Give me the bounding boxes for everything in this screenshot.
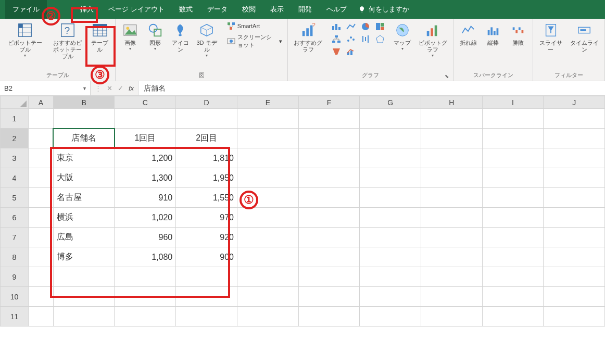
row-header-3[interactable]: 3	[1, 148, 29, 168]
pivot-chart-label: ピボットグラフ	[418, 40, 448, 53]
cell-D3[interactable]: 1,810	[176, 148, 237, 168]
cell-C2[interactable]: 1回目	[115, 129, 176, 148]
cell-C4[interactable]: 1,300	[115, 168, 176, 188]
recommended-charts-button[interactable]: ? おすすめグラフ	[291, 21, 325, 54]
svg-rect-63	[497, 28, 499, 35]
smartart-icon	[227, 22, 235, 30]
map-button[interactable]: マップ ▾	[391, 21, 414, 52]
row-header-2[interactable]: 2	[1, 129, 29, 148]
tab-formulas[interactable]: 数式	[172, 0, 200, 19]
icons-button[interactable]: アイコン	[169, 21, 192, 54]
cell-B2[interactable]: 店舗名	[53, 129, 115, 148]
scatter-chart-icon[interactable]	[344, 33, 358, 45]
svg-rect-8	[93, 24, 107, 28]
shapes-button[interactable]: 図形 ▾	[144, 21, 167, 52]
enter-icon[interactable]: ✓	[118, 84, 123, 92]
cell-D7[interactable]: 920	[176, 228, 237, 247]
fx-icon[interactable]: fx	[129, 84, 134, 92]
col-header-G[interactable]: G	[360, 96, 421, 109]
stock-chart-icon[interactable]	[359, 33, 372, 45]
svg-rect-61	[490, 27, 493, 35]
timeline-button[interactable]: タイムライン	[568, 21, 601, 54]
row-header-4[interactable]: 4	[1, 168, 29, 188]
row-header-7[interactable]: 7	[1, 228, 29, 247]
cell-C6[interactable]: 1,020	[115, 208, 176, 228]
table-button[interactable]: テーブル	[88, 21, 112, 54]
row-header-5[interactable]: 5	[1, 188, 29, 208]
combo-chart-icon[interactable]	[344, 46, 358, 57]
tab-insert[interactable]: 挿入	[73, 0, 101, 19]
formula-input[interactable]: 店舗名	[138, 81, 605, 95]
tab-review[interactable]: 校閲	[235, 0, 263, 19]
hierarchy-chart-icon[interactable]	[330, 33, 343, 45]
row-header-8[interactable]: 8	[1, 247, 29, 267]
timeline-icon	[576, 22, 593, 39]
picture-button[interactable]: 画像 ▾	[119, 21, 142, 52]
pie-chart-icon[interactable]	[359, 21, 372, 32]
cell-C3[interactable]: 1,200	[115, 148, 176, 168]
cell-B5[interactable]: 名古屋	[53, 188, 115, 208]
chevron-down-icon: ▼	[82, 86, 87, 91]
radar-chart-icon[interactable]	[373, 33, 387, 45]
col-header-I[interactable]: I	[482, 96, 544, 109]
col-header-D[interactable]: D	[176, 96, 237, 109]
row-header-1[interactable]: 1	[1, 109, 29, 129]
cell-C7[interactable]: 960	[115, 228, 176, 247]
tell-me-search[interactable]: 何をしますか	[358, 5, 409, 14]
cell-B6[interactable]: 横浜	[53, 208, 115, 228]
cell-D5[interactable]: 1,550	[176, 188, 237, 208]
funnel-chart-icon[interactable]	[330, 46, 343, 57]
column-chart-icon[interactable]	[330, 21, 343, 32]
col-header-C[interactable]: C	[115, 96, 176, 109]
screenshot-button[interactable]: スクリーンショット ▾	[225, 32, 285, 50]
row-header-11[interactable]: 11	[1, 307, 29, 327]
cell-D2[interactable]: 2回目	[176, 129, 237, 148]
sparkline-line-button[interactable]: 折れ線	[457, 21, 480, 47]
cell-B3[interactable]: 東京	[53, 148, 115, 168]
pivot-chart-button[interactable]: ピボットグラフ ▾	[416, 21, 450, 59]
cell-D6[interactable]: 970	[176, 208, 237, 228]
svg-rect-21	[228, 22, 230, 25]
tab-page-layout[interactable]: ページ レイアウト	[101, 0, 172, 19]
svg-rect-32	[332, 26, 334, 30]
svg-rect-65	[515, 30, 518, 33]
cell-D8[interactable]: 900	[176, 247, 237, 267]
cell-C8[interactable]: 1,080	[115, 247, 176, 267]
select-all-corner[interactable]	[1, 96, 29, 109]
slicer-button[interactable]: スライサー	[536, 21, 565, 54]
tab-view[interactable]: 表示	[263, 0, 291, 19]
cell-D4[interactable]: 1,950	[176, 168, 237, 188]
cell-C5[interactable]: 910	[115, 188, 176, 208]
cancel-icon[interactable]: ✕	[107, 84, 112, 92]
treemap-chart-icon[interactable]	[373, 21, 387, 32]
grid[interactable]: A B C D E F G H I J 1 2店舗名1回目2回目 3東京1,20…	[0, 96, 605, 327]
sparkline-column-button[interactable]: 縦棒	[482, 21, 505, 47]
svg-text:?: ?	[64, 25, 69, 36]
tab-help[interactable]: ヘルプ	[319, 0, 354, 19]
svg-rect-60	[488, 30, 490, 35]
3d-models-button[interactable]: 3D モデル ▾	[194, 21, 219, 59]
col-header-F[interactable]: F	[298, 96, 360, 109]
line-chart-icon[interactable]	[344, 21, 358, 32]
row-header-10[interactable]: 10	[1, 287, 29, 307]
row-header-9[interactable]: 9	[1, 267, 29, 287]
svg-rect-22	[232, 22, 235, 25]
cell-B7[interactable]: 広島	[53, 228, 115, 247]
col-header-E[interactable]: E	[237, 96, 299, 109]
col-header-J[interactable]: J	[544, 96, 605, 109]
recommended-pivot-button[interactable]: ? おすすめピボットテーブル	[49, 21, 86, 61]
dialog-launcher-icon[interactable]: ⬊	[445, 73, 449, 79]
sparkline-winloss-button[interactable]: 勝敗	[507, 21, 530, 47]
col-header-B[interactable]: B	[53, 96, 115, 109]
tab-developer[interactable]: 開発	[291, 0, 319, 19]
smartart-button[interactable]: SmartArt	[225, 21, 285, 31]
col-header-A[interactable]: A	[28, 96, 53, 109]
col-header-H[interactable]: H	[421, 96, 482, 109]
tab-data[interactable]: データ	[200, 0, 235, 19]
name-box[interactable]: B2 ▼	[0, 81, 91, 95]
row-header-6[interactable]: 6	[1, 208, 29, 228]
tab-file[interactable]: ファイル	[5, 0, 47, 19]
pivot-table-button[interactable]: ピボットテーブル ▾	[3, 21, 47, 59]
cell-B8[interactable]: 博多	[53, 247, 115, 267]
cell-B4[interactable]: 大阪	[53, 168, 115, 188]
